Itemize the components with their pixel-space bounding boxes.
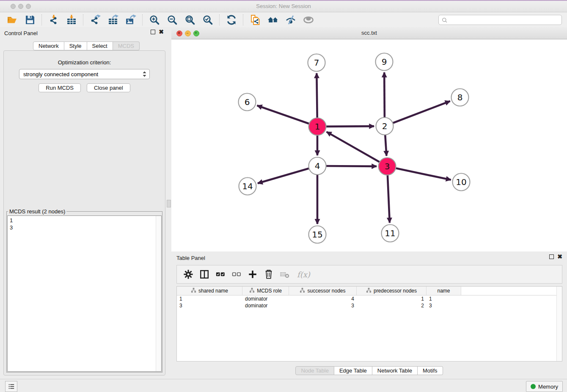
search-box[interactable] [438,15,562,25]
tab-network[interactable]: Network [33,41,64,50]
network-window-titlebar[interactable]: ✕ – + scc.txt [171,27,567,39]
zoom-selected-icon[interactable] [202,14,214,26]
cell[interactable]: 1 [357,295,427,302]
network-maximize-button[interactable]: + [193,30,199,36]
edge-2-8[interactable] [385,101,450,126]
node-2[interactable]: 2 [376,118,394,135]
node-3[interactable]: 3 [379,158,396,175]
toolbar-separator [41,14,42,25]
cell[interactable]: 2 [357,302,427,309]
float-panel-icon[interactable] [151,30,155,34]
close-window-button[interactable] [11,4,16,9]
table-panel: Table Panel ✖ f(x) shared nameMCDS roles… [171,251,567,379]
cell[interactable]: 3 [289,302,357,309]
delete-table-disabled-icon[interactable] [278,268,291,281]
import-table-icon[interactable] [66,14,77,26]
zoom-fit-icon[interactable] [184,14,196,26]
unchecked-pair-icon[interactable] [230,268,243,281]
minimize-window-button[interactable] [18,4,23,9]
open-folder-icon[interactable] [6,14,18,26]
mcds-result-scrollbar[interactable] [156,216,161,371]
node-9[interactable]: 9 [376,53,393,71]
svg-text:4: 4 [315,161,320,171]
zoom-window-button[interactable] [26,4,31,9]
main-toolbar [0,13,567,28]
columns-icon[interactable] [198,268,211,281]
tab-node-table[interactable]: Node Table [295,366,334,375]
node-table-scrollbar[interactable] [556,287,562,361]
node-4[interactable]: 4 [309,157,326,175]
import-network-icon[interactable] [48,14,60,26]
criterion-select[interactable]: strongly connected component [19,69,150,79]
divider-handle[interactable] [167,200,171,207]
node-8[interactable]: 8 [451,89,469,106]
edge-4-14[interactable] [258,166,317,183]
cell[interactable]: 1 [177,295,242,302]
gray-eye-icon[interactable] [303,14,314,26]
column-header-successor-nodes[interactable]: successor nodes [289,287,357,295]
node-11[interactable]: 11 [382,225,399,242]
cell[interactable]: dominator [242,302,289,309]
network-graph-canvas[interactable]: 7968124314101511 [171,39,567,251]
memory-button[interactable]: Memory [526,381,563,392]
cell[interactable]: 1 [427,295,461,302]
tab-network-table[interactable]: Network Table [372,366,418,375]
table-close-panel-icon[interactable]: ✖ [557,254,562,259]
tab-mcds[interactable]: MCDS [113,41,140,50]
hide-eye-icon[interactable] [285,14,297,26]
node-table-header: shared nameMCDS rolesuccessor nodesprede… [177,287,562,295]
checked-pair-icon[interactable] [214,268,227,281]
tree-icon [191,287,196,294]
cell[interactable]: dominator [242,295,289,302]
close-panel-button[interactable]: Close panel [87,83,130,92]
column-header-shared-name[interactable]: shared name [177,287,242,295]
node-1[interactable]: 1 [309,118,326,135]
refresh-icon[interactable] [226,14,237,26]
tab-select[interactable]: Select [87,41,113,50]
cell[interactable]: 4 [289,295,357,302]
plus-icon[interactable] [246,268,259,281]
zoom-in-icon[interactable] [149,14,160,26]
column-label: shared name [198,288,228,294]
node-15[interactable]: 15 [309,226,326,243]
zoom-out-icon[interactable] [166,14,178,26]
table-row[interactable]: 3dominator323 [177,302,562,309]
run-mcds-button[interactable]: Run MCDS [39,83,81,92]
column-header-name[interactable]: name [427,287,461,295]
column-header-predecessor-nodes[interactable]: predecessor nodes [357,287,427,295]
cell[interactable]: 3 [177,302,242,309]
edge-1-6[interactable] [257,105,317,127]
export-network-icon[interactable] [89,14,101,26]
save-icon[interactable] [24,14,36,26]
search-input[interactable] [449,16,561,24]
home-icon[interactable] [267,14,279,26]
task-history-button[interactable] [5,381,17,392]
edge-3-10[interactable] [387,166,451,180]
search-icon [441,17,448,23]
function-builder-button[interactable]: f(x) [297,270,310,279]
node-10[interactable]: 10 [453,174,470,191]
column-label: MCDS role [257,288,282,294]
gear-icon[interactable] [182,268,195,281]
column-header-MCDS-role[interactable]: MCDS role [242,287,289,295]
tab-edge-table[interactable]: Edge Table [334,366,372,375]
network-close-button[interactable]: ✕ [176,30,182,36]
trash-icon[interactable] [262,268,275,281]
network-minimize-button[interactable]: – [185,30,191,36]
edge-3-1[interactable] [327,132,387,166]
node-6[interactable]: 6 [239,94,256,111]
mcds-result-list[interactable]: 1 3 [7,215,162,372]
node-7[interactable]: 7 [308,54,325,72]
tab-style[interactable]: Style [64,41,87,50]
node-14[interactable]: 14 [239,178,256,195]
export-table-icon[interactable] [107,14,119,26]
tab-motifs[interactable]: Motifs [418,366,443,375]
table-row[interactable]: 1dominator411 [177,295,562,302]
window-titlebar[interactable]: Session: New Session [0,1,567,12]
table-float-panel-icon[interactable] [549,254,554,259]
cell[interactable]: 3 [427,302,461,309]
close-panel-icon[interactable]: ✖ [159,30,164,34]
copy-share-document-icon[interactable] [249,14,261,26]
control-panel-header: Control Panel ✖ [0,27,167,39]
export-image-icon[interactable] [125,14,137,26]
